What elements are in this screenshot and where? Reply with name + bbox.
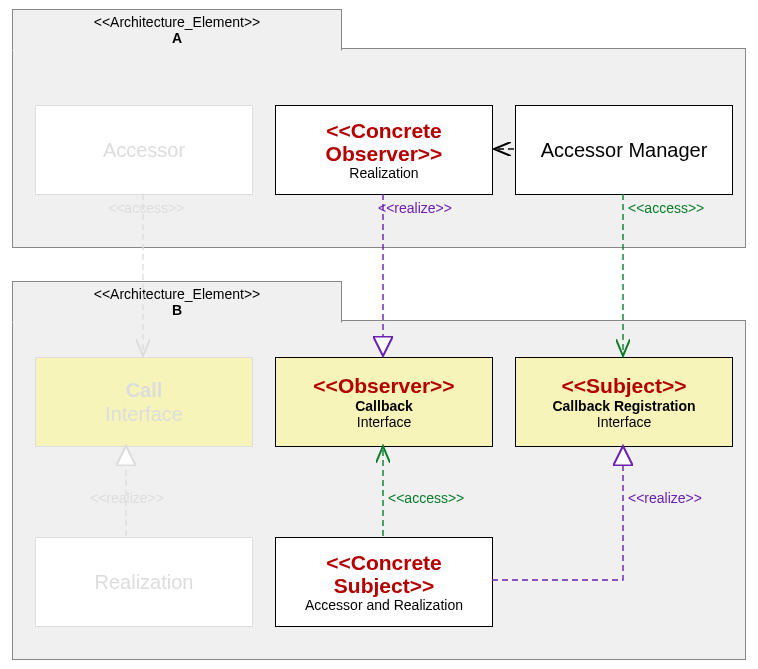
observer-sub: Interface [357,414,411,430]
subject-stereotype: <<Subject>> [562,374,687,397]
concrete-observer-sub: Realization [349,165,418,181]
label-access-accessor: <<access>> [108,200,184,216]
subject-sub: Interface [597,414,651,430]
package-b-name: B [41,302,313,318]
box-observer: <<Observer>> Callback Interface [275,357,493,447]
call-interface-title2: Interface [105,402,183,426]
accessor-title: Accessor [103,138,185,162]
box-realization: Realization [35,537,253,627]
package-a: <<Architecture_Element>> A Accessor <<Co… [12,48,746,248]
concrete-subject-stereotype: <<Concrete Subject>> [280,551,488,597]
realization-title: Realization [95,570,194,594]
observer-stereotype: <<Observer>> [313,374,454,397]
box-concrete-observer: <<Concrete Observer>> Realization [275,105,493,195]
label-realize-subject: <<realize>> [628,490,702,506]
label-realize-observer: <<realize>> [378,200,452,216]
box-concrete-subject: <<Concrete Subject>> Accessor and Realiz… [275,537,493,627]
box-accessor: Accessor [35,105,253,195]
label-access-subject: <<access>> [628,200,704,216]
concrete-observer-stereotype: <<Concrete Observer>> [280,119,488,165]
package-a-stereotype: <<Architecture_Element>> [41,14,313,30]
box-subject: <<Subject>> Callback Registration Interf… [515,357,733,447]
box-accessor-manager: Accessor Manager [515,105,733,195]
concrete-subject-sub: Accessor and Realization [305,597,463,613]
box-call-interface: Call Interface [35,357,253,447]
label-realize-call: <<realize>> [90,490,164,506]
accessor-manager-title: Accessor Manager [541,138,708,162]
package-a-tab: <<Architecture_Element>> A [12,9,342,51]
label-access-observer: <<access>> [388,490,464,506]
observer-sub-b: Callback [355,398,413,414]
package-a-name: A [41,30,313,46]
package-b-tab: <<Architecture_Element>> B [12,281,342,323]
call-interface-title1: Call [126,378,163,402]
subject-sub-b: Callback Registration [552,398,695,414]
package-b-stereotype: <<Architecture_Element>> [41,286,313,302]
